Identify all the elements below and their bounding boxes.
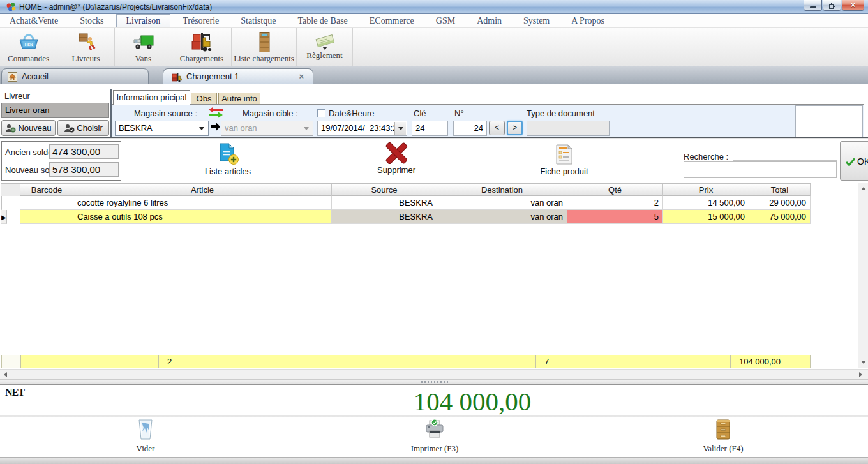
add-document-icon [216,142,239,165]
dropdown-arrow-icon [322,47,327,50]
header-total[interactable]: Total [749,184,811,196]
liste-chargements-button[interactable]: Liste chargements [232,28,297,66]
vertical-scrollbar[interactable] [858,183,868,368]
chargements-button[interactable]: Chargements [172,28,232,66]
livreurs-button[interactable]: Livreurs [57,28,115,66]
grip-dots-icon [421,381,449,383]
header-prix[interactable]: Prix [663,184,749,196]
next-record-button[interactable]: > [507,121,523,135]
printer-icon [424,419,445,440]
reglement-button[interactable]: Règlement [297,28,353,66]
solde-groupbox: Ancien solde : 474 300,00 Nouveau solde … [1,141,121,181]
net-panel: NET 104 000,00 [0,384,868,415]
window-title: HOME - admin@* (D:/lazarus/Projects/Livr… [19,0,212,14]
header-article[interactable]: Article [73,184,332,196]
tab-chargement-1[interactable]: Chargement 1 × [163,68,313,84]
header-destination[interactable]: Destination [437,184,567,196]
row-selector: ▶ [1,210,7,224]
header-qte[interactable]: Qté [567,184,663,196]
cle-field[interactable]: 24 [412,121,448,136]
app-icon [6,2,16,12]
check-person-icon [64,124,75,133]
choisir-button[interactable]: Choisir [57,120,109,136]
splitter-handle[interactable] [0,379,868,384]
magasin-source-select[interactable]: BESKRA [115,121,209,136]
menu-a-propos[interactable]: A Propos [562,14,614,27]
restore-icon [829,3,836,9]
tab-accueil[interactable]: Accueil [1,68,149,84]
menu-achat-vente[interactable]: Achat&Vente [0,14,68,27]
arrow-right-icon [211,122,220,131]
ok-button[interactable]: OK [840,141,868,181]
menu-table-de-base[interactable]: Table de Base [288,14,357,27]
menu-system[interactable]: System [514,14,559,27]
magasin-cible-label: Magasin cible : [243,109,298,118]
date-heure-checkbox[interactable] [317,109,326,117]
nouveau-button[interactable]: Nouveau [1,120,56,136]
delete-x-icon [384,142,408,164]
chevron-down-icon [199,127,204,130]
numero-label: N° [454,109,464,118]
grid-header: Barcode Article Source Destination Qté P… [1,183,811,196]
cle-label: Clé [414,109,426,118]
swap-arrows-icon[interactable] [207,107,224,118]
summary-qte-total: 7 [536,355,731,368]
datetime-drop-button[interactable] [394,122,406,135]
horizontal-scrollbar[interactable] [0,369,868,380]
restore-button[interactable] [823,0,841,11]
header-barcode[interactable]: Barcode [20,184,73,196]
cell-destination: van oran [437,196,567,210]
menu-ecommerce[interactable]: ECommerce [360,14,424,27]
scroll-down-button[interactable] [858,357,868,368]
liste-articles-button[interactable]: Liste articles [180,141,276,181]
valider-button[interactable]: Valider (F4) [672,419,774,456]
table-row[interactable]: cocotte royalyline 6 litres BESKRA van o… [1,196,811,210]
recherche-label: Recherche : [684,152,728,161]
footer-bar: Vider Imprimer (F3) [0,417,868,457]
cell-source: BESKRA [332,196,437,210]
form-panel: Magasin source : Magasin cible : Date&He… [112,104,864,138]
scroll-left-button[interactable] [0,370,10,379]
cell-prix: 14 500,00 [663,196,749,210]
menu-statistique[interactable]: Statistque [231,14,285,27]
livreur-field[interactable]: Livreur oran [1,103,109,118]
header-selector [1,184,20,196]
cell-article: cocotte royalyline 6 litres [73,196,332,210]
commandes-button[interactable]: HSN Commandes [0,28,57,66]
cell-qte: 2 [567,196,663,210]
tab-information-principal[interactable]: Information pricipal [113,90,190,105]
vider-button[interactable]: Vider [94,419,197,456]
menu-admin[interactable]: Admin [467,14,511,27]
menu-livraison[interactable]: Livraison [116,14,171,27]
datetime-field[interactable]: 19/07/2014/ 23:43:29 [317,121,407,136]
product-sheet-icon [554,142,574,165]
recherche-input[interactable] [684,161,837,178]
imprimer-button[interactable]: Imprimer (F3) [384,419,486,456]
type-document-field[interactable] [527,121,610,136]
close-button[interactable]: × [842,0,864,11]
menu-stocks[interactable]: Stocks [70,14,113,27]
menu-gsm[interactable]: GSM [426,14,465,27]
drawer-icon [714,419,732,440]
tab-autre-info[interactable]: Autre info [218,93,260,105]
numero-field[interactable]: 24 [453,121,487,136]
header-source[interactable]: Source [332,184,437,196]
svg-text:HSN: HSN [24,43,33,47]
vans-button[interactable]: Vans [115,28,172,66]
arrow-right-icon [859,372,862,377]
tab-close-icon[interactable]: × [299,71,304,81]
tab-obs[interactable]: Obs [191,93,217,105]
table-row-selected[interactable]: ▶ Caisse a outils 108 pcs BESKRA van ora… [1,210,811,224]
menu-tresorerie[interactable]: Trésorerie [173,14,228,27]
scroll-up-button[interactable] [858,183,868,194]
supprimer-button[interactable]: Supprimer [348,141,444,181]
scroll-right-button[interactable] [855,370,865,379]
magasin-source-label: Magasin source : [134,109,197,118]
prev-record-button[interactable]: < [489,121,505,135]
cell-qte: 5 [567,210,663,224]
livreur-label: Livreur [4,91,30,101]
fiche-produit-button[interactable]: Fiche produit [516,141,612,181]
magasin-cible-select[interactable]: van oran [221,121,313,136]
status-bar [0,457,868,464]
minimize-button[interactable] [804,0,822,11]
